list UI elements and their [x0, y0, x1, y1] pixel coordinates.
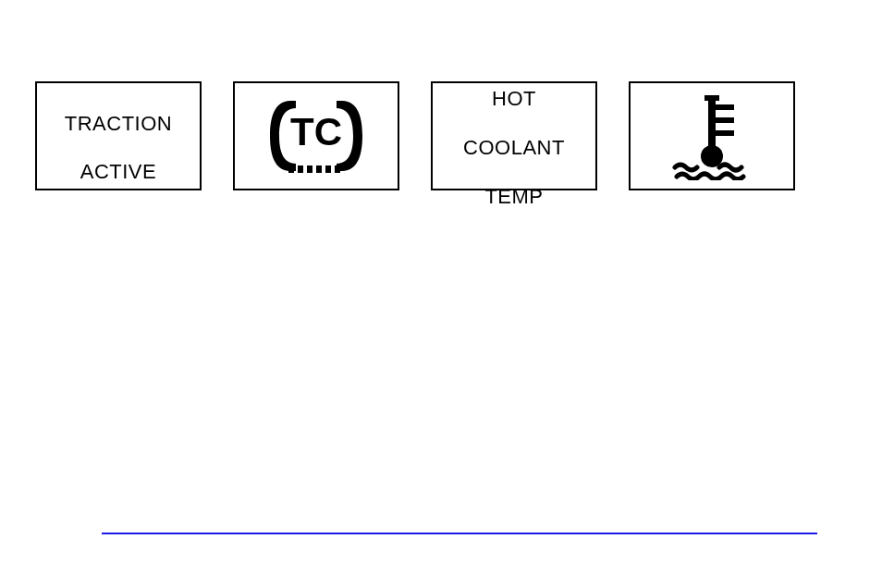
traction-control-symbol-indicator: TC: [233, 81, 399, 190]
svg-rect-1: [298, 165, 303, 173]
indicator-row: TRACTION ACTIVE TC HOT COOLANT TEMP: [35, 81, 795, 190]
footer-divider: [102, 533, 817, 534]
hot-coolant-line2: COOLANT: [463, 136, 565, 159]
svg-rect-8: [716, 104, 734, 110]
traction-active-indicator: TRACTION ACTIVE: [35, 81, 202, 190]
traction-active-label: TRACTION ACTIVE: [65, 87, 172, 185]
svg-rect-7: [704, 95, 719, 101]
hot-coolant-label: HOT COOLANT TEMP: [463, 63, 565, 209]
hot-coolant-line3: TEMP: [484, 185, 543, 208]
svg-rect-6: [708, 97, 716, 151]
svg-rect-4: [325, 165, 331, 173]
thermometer-icon: [656, 92, 767, 180]
traction-active-line1: TRACTION: [65, 112, 172, 135]
svg-rect-3: [316, 165, 322, 173]
svg-rect-5: [335, 165, 340, 173]
traction-control-icon: TC: [261, 92, 372, 180]
hot-coolant-temp-indicator: HOT COOLANT TEMP: [431, 81, 597, 190]
tc-text: TC: [290, 110, 342, 153]
svg-rect-10: [716, 130, 734, 136]
traction-active-line2: ACTIVE: [80, 160, 156, 183]
svg-rect-9: [716, 117, 734, 123]
svg-rect-2: [307, 165, 312, 173]
coolant-temperature-symbol-indicator: [629, 81, 795, 190]
hot-coolant-line1: HOT: [492, 87, 536, 110]
svg-rect-0: [288, 165, 294, 173]
